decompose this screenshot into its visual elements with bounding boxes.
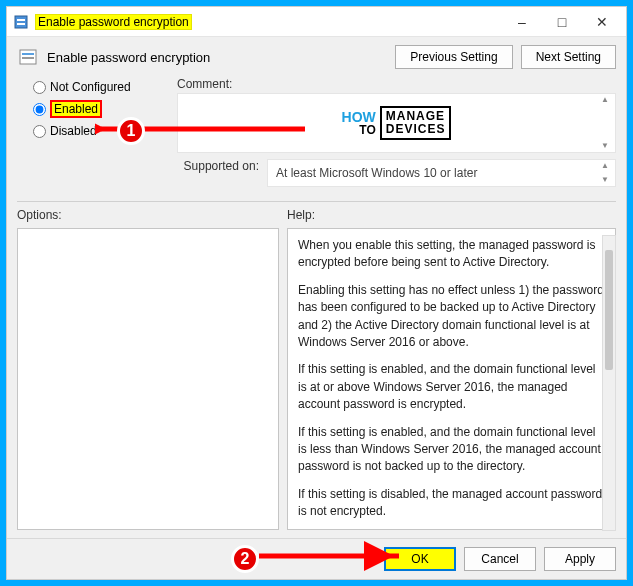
- help-paragraph: If this setting is disabled, the managed…: [298, 486, 605, 521]
- state-section: Not Configured Enabled Disabled Comment:…: [7, 73, 626, 199]
- next-setting-button[interactable]: Next Setting: [521, 45, 616, 69]
- radio-not-configured[interactable]: Not Configured: [17, 77, 177, 97]
- help-paragraph: When you enable this setting, the manage…: [298, 237, 605, 272]
- options-label: Options:: [17, 208, 287, 222]
- watermark-logo: HOW TO MANAGEDEVICES: [342, 106, 452, 140]
- supported-value: At least Microsoft Windows 10 or later: [276, 166, 477, 180]
- help-paragraph: If this setting is enabled, and the doma…: [298, 424, 605, 476]
- radio-enabled-label: Enabled: [50, 100, 102, 118]
- svg-rect-4: [22, 53, 34, 55]
- logo-to: TO: [359, 124, 375, 136]
- radio-not-configured-label: Not Configured: [50, 80, 131, 94]
- divider: [17, 201, 616, 202]
- radio-enabled-input[interactable]: [33, 103, 46, 116]
- help-panel: When you enable this setting, the manage…: [287, 228, 616, 530]
- help-label: Help:: [287, 208, 315, 222]
- scroll-down-icon: ▼: [597, 142, 613, 150]
- titlebar: Enable password encryption – □ ✕: [7, 7, 626, 37]
- group-policy-setting-window: Enable password encryption – □ ✕ Enable …: [6, 6, 627, 580]
- help-paragraph: If this setting is enabled, and the doma…: [298, 361, 605, 413]
- radio-disabled[interactable]: Disabled: [17, 121, 177, 141]
- svg-rect-1: [17, 19, 25, 21]
- options-panel: [17, 228, 279, 530]
- policy-icon: [13, 14, 29, 30]
- supported-textbox: At least Microsoft Windows 10 or later ▲…: [267, 159, 616, 187]
- minimize-button[interactable]: –: [502, 8, 542, 36]
- title-highlight: Enable password encryption: [35, 14, 192, 30]
- scroll-down-icon: ▼: [597, 176, 613, 184]
- scroll-up-icon: ▲: [597, 162, 613, 170]
- setting-title: Enable password encryption: [47, 50, 210, 65]
- ok-button[interactable]: OK: [384, 547, 456, 571]
- comment-textbox[interactable]: HOW TO MANAGEDEVICES ▲▼: [177, 93, 616, 153]
- radio-enabled[interactable]: Enabled: [17, 97, 177, 121]
- logo-manage-devices: MANAGEDEVICES: [380, 106, 452, 140]
- window-title: Enable password encryption: [35, 15, 502, 29]
- svg-rect-2: [17, 23, 25, 25]
- cancel-button[interactable]: Cancel: [464, 547, 536, 571]
- logo-how: HOW: [342, 110, 376, 124]
- previous-setting-button[interactable]: Previous Setting: [395, 45, 512, 69]
- comment-label: Comment:: [177, 77, 616, 91]
- scroll-up-icon: ▲: [597, 96, 613, 104]
- apply-button[interactable]: Apply: [544, 547, 616, 571]
- help-paragraph: Enabling this setting has no effect unle…: [298, 282, 605, 352]
- supported-scroll[interactable]: ▲▼: [597, 162, 613, 184]
- header-row: Enable password encryption Previous Sett…: [7, 37, 626, 73]
- footer: OK Cancel Apply: [7, 538, 626, 579]
- comment-scroll[interactable]: ▲▼: [597, 96, 613, 150]
- scrollbar-thumb[interactable]: [605, 250, 613, 370]
- policy-header-icon: [17, 46, 39, 68]
- radio-disabled-input[interactable]: [33, 125, 46, 138]
- radio-not-configured-input[interactable]: [33, 81, 46, 94]
- maximize-button[interactable]: □: [542, 8, 582, 36]
- radio-disabled-label: Disabled: [50, 124, 97, 138]
- supported-label: Supported on:: [177, 159, 259, 173]
- close-button[interactable]: ✕: [582, 8, 622, 36]
- svg-rect-5: [22, 57, 34, 59]
- svg-rect-0: [15, 16, 27, 28]
- help-scrollbar[interactable]: [602, 235, 616, 531]
